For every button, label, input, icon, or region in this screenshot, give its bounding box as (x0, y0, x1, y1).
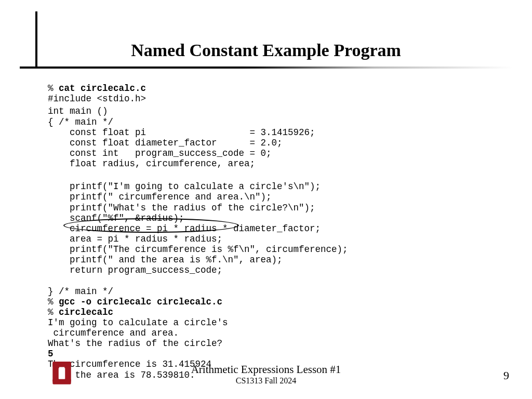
code-line: I'm going to calculate a circle's (48, 317, 228, 328)
code-line: 5 (48, 349, 54, 359)
code-line: float radius, circumference, area; (48, 158, 255, 169)
page-number: 9 (503, 369, 509, 382)
code-line: What's the radius of the circle? (48, 338, 222, 349)
code-line: % circlecalc (48, 307, 113, 317)
horizontal-rule (20, 66, 512, 69)
code-line: const float pi = 3.1415926; (48, 127, 315, 138)
code-line: printf("The circumference is %f\n", circ… (48, 244, 348, 255)
code-line: printf("What's the radius of the circle?… (48, 203, 315, 213)
code-line: int main () (48, 106, 108, 116)
slide-title: Named Constant Example Program (0, 41, 532, 60)
code-line: { /* main */ (48, 117, 113, 127)
footer-line-1: Arithmetic Expressions Lesson #1 (0, 363, 532, 376)
code-line: % gcc -o circlecalc circlecalc.c (48, 297, 222, 307)
code-line: return program_success_code; (48, 265, 222, 275)
code-line: scanf("%f", &radius); (48, 213, 184, 223)
code-listing: % cat circlecalc.c #include <stdio.h> in… (48, 73, 511, 380)
footer-line-2: CS1313 Fall 2024 (0, 376, 532, 385)
code-line: const int program_success_code = 0; (48, 148, 272, 158)
code-line: printf(" circumference and area.\n"); (48, 192, 272, 202)
code-line: circumference and area. (48, 328, 179, 338)
code-line: const float diameter_factor = 2.0; (48, 138, 283, 148)
slide-footer: Arithmetic Expressions Lesson #1 CS1313 … (0, 363, 532, 385)
code-line: printf(" and the area is %f.\n", area); (48, 255, 283, 265)
code-line: circumference = pi * radius * diameter_f… (48, 223, 321, 234)
code-line: printf("I'm going to calculate a circle'… (48, 181, 321, 192)
slide: Named Constant Example Program % cat cir… (0, 0, 532, 399)
code-line: % cat circlecalc.c (48, 83, 146, 94)
code-line: } /* main */ (48, 286, 113, 297)
code-line: area = pi * radius * radius; (48, 234, 222, 244)
code-line: #include <stdio.h> (48, 94, 146, 104)
